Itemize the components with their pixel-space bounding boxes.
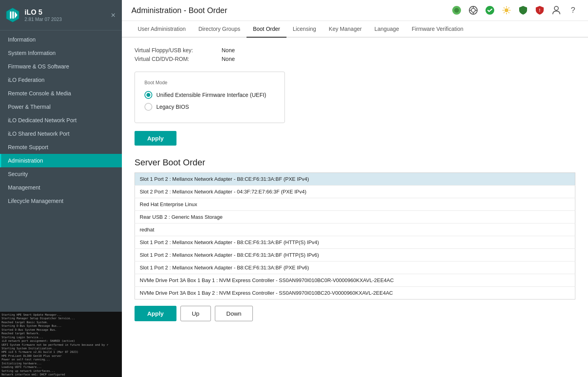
sidebar-item-security[interactable]: Security	[0, 167, 122, 181]
boot-mode-label: Boot Mode	[144, 80, 275, 85]
svg-point-7	[471, 8, 475, 12]
down-button[interactable]: Down	[215, 306, 253, 321]
main-area: Administration - Boot Order	[122, 0, 588, 377]
virtual-device-label: Virtual Floppy/USB key:	[135, 47, 222, 53]
boot-order-row[interactable]: Slot 1 Port 2 : Mellanox Network Adapter…	[135, 261, 575, 274]
ilo-logo-icon	[5, 7, 21, 23]
topbar-icons: ! ?	[451, 5, 579, 16]
virtual-device-row: Virtual CD/DVD-ROM: None	[135, 56, 575, 62]
sidebar-console-preview[interactable]: Starting HPE Smart Update Manager... Sta…	[0, 312, 122, 377]
boot-order-cell: redhat	[135, 224, 575, 236]
tabs-bar: User AdministrationDirectory GroupsBoot …	[122, 21, 588, 38]
tab-licensing[interactable]: Licensing	[286, 21, 322, 38]
sidebar-app-name: iLO 5	[25, 8, 62, 17]
tab-key-manager[interactable]: Key Manager	[322, 21, 368, 38]
tab-user-admin[interactable]: User Administration	[131, 21, 192, 38]
sidebar-close-button[interactable]: ×	[111, 11, 116, 20]
help-icon[interactable]: ?	[567, 5, 579, 16]
sun-icon[interactable]	[501, 5, 512, 16]
person-icon[interactable]	[551, 5, 562, 16]
boot-mode-option-uefi[interactable]: Unified Extensible Firmware Interface (U…	[144, 91, 275, 99]
boot-order-cell: Slot 1 Port 2 : Mellanox Network Adapter…	[135, 249, 575, 261]
shield-red-icon[interactable]: !	[534, 5, 545, 16]
boot-mode-box: Boot Mode Unified Extensible Firmware In…	[135, 72, 285, 123]
svg-line-21	[504, 12, 505, 13]
boot-order-cell: Slot 2 Port 2 : Mellanox Network Adapter…	[135, 186, 575, 198]
sidebar-item-administration[interactable]: Administration	[0, 154, 122, 167]
topbar: Administration - Boot Order	[122, 0, 588, 21]
apply-button-bottom[interactable]: Apply	[135, 306, 176, 321]
content-area: Virtual Floppy/USB key: NoneVirtual CD/D…	[122, 38, 588, 377]
boot-order-row[interactable]: Slot 1 Port 2 : Mellanox Network Adapter…	[135, 173, 575, 186]
up-button[interactable]: Up	[180, 306, 211, 321]
sidebar-app-version: 2.81 Mar 07 2023	[25, 17, 62, 22]
svg-rect-2	[12, 11, 14, 19]
boot-order-row[interactable]: Slot 1 Port 2 : Mellanox Network Adapter…	[135, 249, 575, 261]
boot-order-row[interactable]: redhat	[135, 224, 575, 236]
sidebar-item-power-thermal[interactable]: Power & Thermal	[0, 100, 122, 114]
sidebar-header: iLO 5 2.81 Mar 07 2023 ×	[0, 0, 122, 30]
sidebar-item-management[interactable]: Management	[0, 181, 122, 194]
svg-point-5	[454, 8, 459, 13]
boot-order-row[interactable]: NVMe Drive Port 3A Box 1 Bay 1 : NVM Exp…	[135, 274, 575, 287]
virtual-device-row: Virtual Floppy/USB key: None	[135, 47, 575, 53]
boot-order-cell: Slot 1 Port 2 : Mellanox Network Adapter…	[135, 261, 575, 274]
svg-text:?: ?	[571, 6, 575, 14]
target-icon[interactable]	[468, 5, 479, 16]
boot-order-cell: Rear USB 2 : Generic Mass Storage	[135, 211, 575, 224]
apply-button-top[interactable]: Apply	[135, 131, 176, 146]
virtual-device-value: None	[222, 47, 235, 53]
boot-order-cell: Red Hat Enterprise Linux	[135, 198, 575, 211]
svg-line-19	[508, 12, 509, 13]
virtual-device-label: Virtual CD/DVD-ROM:	[135, 56, 222, 62]
virtual-device-value: None	[222, 56, 235, 62]
sidebar-item-information[interactable]: Information	[0, 33, 122, 46]
radio-outer-legacy	[144, 103, 152, 111]
boot-order-cell: NVMe Drive Port 3A Box 1 Bay 2 : NVM Exp…	[135, 287, 575, 299]
boot-order-cell: NVMe Drive Port 3A Box 1 Bay 1 : NVM Exp…	[135, 274, 575, 287]
boot-order-cell: Slot 1 Port 2 : Mellanox Network Adapter…	[135, 173, 575, 186]
check-icon[interactable]	[484, 5, 495, 16]
tab-firmware-verification[interactable]: Firmware Verification	[405, 21, 470, 38]
svg-text:!: !	[539, 8, 540, 13]
boot-mode-options: Unified Extensible Firmware Interface (U…	[144, 91, 275, 111]
status-green-icon[interactable]	[451, 5, 462, 16]
sidebar-item-ilo-federation[interactable]: iLO Federation	[0, 73, 122, 87]
boot-order-row[interactable]: Slot 2 Port 2 : Mellanox Network Adapter…	[135, 186, 575, 198]
boot-mode-option-legacy[interactable]: Legacy BIOS	[144, 103, 275, 111]
radio-outer-uefi	[144, 91, 152, 99]
page-title: Administration - Boot Order	[131, 6, 227, 15]
sidebar-nav: InformationSystem InformationFirmware & …	[0, 30, 122, 312]
tab-directory-groups[interactable]: Directory Groups	[192, 21, 247, 38]
boot-order-table: Slot 1 Port 2 : Mellanox Network Adapter…	[135, 172, 575, 299]
sidebar-logo-area: iLO 5 2.81 Mar 07 2023	[5, 7, 62, 23]
sidebar-item-remote-console[interactable]: Remote Console & Media	[0, 87, 122, 100]
sidebar-item-remote-support[interactable]: Remote Support	[0, 140, 122, 154]
sidebar-item-firmware-os[interactable]: Firmware & OS Software	[0, 60, 122, 73]
boot-order-row[interactable]: Slot 1 Port 2 : Mellanox Network Adapter…	[135, 236, 575, 249]
sidebar-item-ilo-shared[interactable]: iLO Shared Network Port	[0, 127, 122, 140]
radio-label-uefi: Unified Extensible Firmware Interface (U…	[156, 92, 266, 98]
svg-point-13	[505, 8, 508, 12]
tab-language[interactable]: Language	[368, 21, 405, 38]
sidebar-item-lifecycle[interactable]: Lifecycle Management	[0, 194, 122, 208]
radio-label-legacy: Legacy BIOS	[156, 104, 189, 110]
svg-rect-1	[10, 11, 11, 19]
console-text: Starting HPE Smart Update Manager... Sta…	[0, 312, 122, 377]
boot-order-row[interactable]: Rear USB 2 : Generic Mass Storage	[135, 211, 575, 224]
tab-boot-order[interactable]: Boot Order	[247, 21, 286, 38]
boot-order-buttons: Apply Up Down	[135, 306, 575, 321]
sidebar-title-block: iLO 5 2.81 Mar 07 2023	[25, 8, 62, 22]
radio-inner-uefi	[146, 93, 150, 97]
boot-order-cell: Slot 1 Port 2 : Mellanox Network Adapter…	[135, 236, 575, 249]
shield-green-icon[interactable]	[518, 5, 529, 16]
svg-point-23	[554, 6, 558, 10]
boot-order-row[interactable]: NVMe Drive Port 3A Box 1 Bay 2 : NVM Exp…	[135, 287, 575, 299]
server-boot-order-title: Server Boot Order	[135, 157, 575, 168]
virtual-devices-section: Virtual Floppy/USB key: NoneVirtual CD/D…	[135, 47, 575, 62]
sidebar: iLO 5 2.81 Mar 07 2023 × InformationSyst…	[0, 0, 122, 377]
svg-line-20	[508, 8, 509, 8]
boot-order-row[interactable]: Red Hat Enterprise Linux	[135, 198, 575, 211]
sidebar-item-ilo-dedicated[interactable]: iLO Dedicated Network Port	[0, 114, 122, 127]
sidebar-item-system-information[interactable]: System Information	[0, 46, 122, 60]
